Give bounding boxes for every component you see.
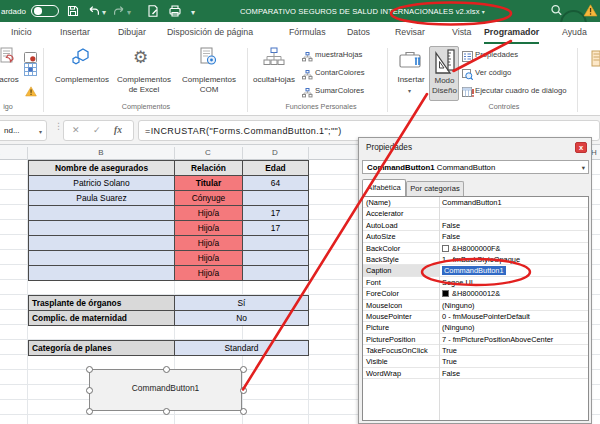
column-header-c[interactable]: C	[202, 148, 214, 157]
tab-alfabetica[interactable]: Alfabética	[362, 179, 406, 196]
property-row[interactable]: WordWrapFalse	[363, 368, 588, 379]
tab-por-categorias[interactable]: Por categorías	[406, 181, 464, 196]
cell-relation[interactable]: Hijo/a	[175, 206, 243, 221]
selection-handle[interactable]	[86, 366, 93, 373]
cell-relation[interactable]: Hijo/a	[175, 266, 243, 281]
property-row[interactable]: AutoSizeFalse	[363, 231, 588, 242]
cell-name[interactable]	[29, 206, 175, 221]
tab-disposicion-de-pagina[interactable]: Disposición de página	[167, 27, 253, 44]
caption-value-selected[interactable]: CommandButton1	[442, 266, 506, 275]
property-row[interactable]: ForeColor&H80000012&	[363, 288, 588, 299]
excel-addins-icon[interactable]: ⚙	[133, 47, 148, 68]
insert-function-icon[interactable]: fx	[114, 125, 122, 135]
header-edad[interactable]: Edad	[243, 161, 309, 176]
selection-handle[interactable]	[163, 408, 170, 415]
undo-icon[interactable]	[87, 4, 101, 18]
property-row-caption[interactable]: CaptionCommandButton1	[363, 265, 588, 276]
selection-handle[interactable]	[240, 408, 247, 415]
com-addins-button-line1[interactable]: Complementos	[179, 75, 239, 84]
combo-chevron-icon[interactable]: ▾	[582, 164, 585, 172]
property-row[interactable]: TakeFocusOnClickTrue	[363, 345, 588, 356]
command-button-shape[interactable]: CommandButton1	[89, 369, 242, 411]
cell-age[interactable]	[243, 266, 309, 281]
editing-mode-icon[interactable]	[146, 4, 160, 18]
cell-name[interactable]: Patricio Solano	[29, 176, 175, 191]
cancel-icon[interactable]: ✕	[72, 125, 80, 135]
insertar-chevron-icon[interactable]: ▾	[408, 87, 411, 94]
formula-bar-drag-dots-icon[interactable]: ⋮	[54, 124, 63, 128]
column-header-a[interactable]: A	[0, 148, 3, 157]
com-addins-icon[interactable]	[198, 47, 218, 71]
selection-handle[interactable]	[86, 387, 93, 394]
cell-name[interactable]	[29, 266, 175, 281]
name-box-chevron-icon[interactable]: ▾	[39, 128, 42, 135]
search-icon[interactable]	[549, 3, 563, 17]
property-row[interactable]: Accelerator	[363, 208, 588, 219]
header-nombre-de-asegurados[interactable]: Nombre de asegurados	[29, 161, 175, 176]
selection-handle[interactable]	[240, 387, 247, 394]
cell-relation[interactable]: Titular	[175, 176, 243, 191]
ver-codigo-icon[interactable]	[462, 66, 473, 84]
addins-icon[interactable]	[71, 47, 93, 71]
tab-vista[interactable]: Vista	[452, 27, 471, 44]
cell-name[interactable]	[29, 221, 175, 236]
cell-relation[interactable]: Hijo/a	[175, 221, 243, 236]
close-icon[interactable]: x	[575, 142, 587, 153]
property-row[interactable]: (Name)CommandButton1	[363, 197, 588, 208]
relative-references-icon[interactable]	[24, 62, 37, 80]
autosave-toggle[interactable]	[31, 5, 59, 17]
modo-diseno-button[interactable]: Modo Diseño	[429, 46, 459, 101]
qat-more-chevron-icon[interactable]: ▾	[191, 8, 195, 17]
cell-name[interactable]	[29, 251, 175, 266]
property-row[interactable]: MousePointer0 - fmMousePointerDefault	[363, 311, 588, 322]
ejecutar-cuadro-button[interactable]: Ejecutar cuadro de diálogo	[475, 86, 566, 95]
tab-inicio[interactable]: Inicio	[11, 27, 32, 44]
enter-icon[interactable]: ✓	[93, 125, 101, 135]
property-row[interactable]: BackStyle1 - fmBackStyleOpaque	[363, 254, 588, 265]
selection-handle[interactable]	[240, 366, 247, 373]
cell-name[interactable]: Paula Suarez	[29, 191, 175, 206]
cell-age[interactable]: 17	[243, 206, 309, 221]
tab-insertar[interactable]: Insertar	[60, 27, 90, 44]
cell-age[interactable]	[243, 191, 309, 206]
property-row[interactable]: Picture(Ninguno)	[363, 322, 588, 333]
tab-revisar[interactable]: Revisar	[395, 27, 425, 44]
object-selector-combo[interactable]: CommandButton1 CommandButton ▾	[362, 160, 589, 174]
insertar-control-button[interactable]: Insertar	[392, 75, 430, 84]
cell-categoria-label[interactable]: Categoría de planes	[29, 341, 175, 356]
cell-maternidad-label[interactable]: Complic. de maternidad	[29, 311, 175, 326]
macro-security-icon[interactable]	[25, 83, 37, 101]
redo-icon[interactable]	[112, 4, 126, 18]
propiedades-icon[interactable]	[462, 48, 473, 66]
cell-relation[interactable]: Hijo/a	[175, 251, 243, 266]
property-row[interactable]: MouseIcon(Ninguno)	[363, 300, 588, 311]
tab-formulas[interactable]: Fórmulas	[289, 27, 326, 44]
property-row[interactable]: AutoLoadFalse	[363, 220, 588, 231]
cell-name[interactable]	[29, 236, 175, 251]
printer-icon[interactable]	[168, 4, 182, 18]
excel-addins-button-line2[interactable]: de Excel	[114, 85, 174, 94]
cell-categoria-value[interactable]: Standard	[175, 341, 309, 356]
cell-age[interactable]: 64	[243, 176, 309, 191]
property-row[interactable]: FontSegoe UI	[363, 277, 588, 288]
name-box[interactable]: nd... ▾	[0, 120, 47, 141]
sumarcolores-icon[interactable]	[302, 84, 313, 102]
contarcolores-icon[interactable]	[302, 66, 313, 84]
com-addins-button-line2[interactable]: COM	[179, 85, 239, 94]
column-header-b[interactable]: B	[95, 148, 107, 157]
propiedades-button[interactable]: Propiedades	[475, 50, 518, 59]
tab-ayuda[interactable]: Ayuda	[562, 27, 587, 44]
cell-age[interactable]	[243, 251, 309, 266]
selection-handle[interactable]	[86, 408, 93, 415]
cell-trasplante-label[interactable]: Trasplante de órganos	[29, 296, 175, 311]
ocultahojas-button[interactable]: ocultaHojas	[250, 75, 298, 84]
ejecutar-cuadro-icon[interactable]	[462, 84, 474, 102]
save-icon[interactable]	[66, 4, 80, 18]
ver-codigo-button[interactable]: Ver código	[475, 68, 511, 77]
ocultahojas-icon[interactable]	[263, 47, 285, 71]
tab-dibujar[interactable]: Dibujar	[118, 27, 146, 44]
selection-handle[interactable]	[163, 366, 170, 373]
cell-age[interactable]	[243, 236, 309, 251]
tab-datos[interactable]: Datos	[347, 27, 370, 44]
cell-trasplante-value[interactable]: Sí	[175, 296, 309, 311]
